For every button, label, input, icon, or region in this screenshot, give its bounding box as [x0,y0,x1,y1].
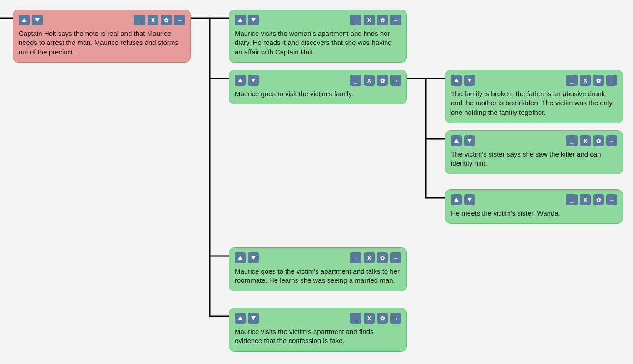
advance-button[interactable]: → [606,75,617,86]
story-node[interactable]: _ X ✿ → The family is broken, the father… [445,70,623,123]
gear-icon: ✿ [380,255,385,261]
story-node[interactable]: _ X ✿ → Maurice goes to the victim's apa… [229,247,407,291]
action-buttons: _ X ✿ → [566,75,617,86]
settings-button[interactable]: ✿ [161,15,172,25]
story-node[interactable]: _ X ✿ → The victim's sister says she saw… [445,130,623,174]
gear-icon: ✿ [380,17,385,23]
story-node-root[interactable]: _ X ✿ → Captain Holt says the note is re… [13,10,191,63]
move-down-button[interactable] [248,252,259,263]
minimize-button[interactable]: _ [134,15,145,25]
move-buttons [235,75,259,86]
story-node[interactable]: _ X ✿ → Maurice goes to visit the victim… [229,70,407,104]
move-buttons [451,135,475,146]
move-up-button[interactable] [451,75,462,86]
node-text: He meets the victim's sister, Wanda. [451,209,617,218]
settings-button[interactable]: ✿ [377,75,388,86]
move-up-button[interactable] [19,15,30,25]
action-buttons: _ X ✿ → [566,194,617,205]
move-buttons [235,15,259,25]
close-button[interactable]: X [580,194,591,205]
move-down-button[interactable] [248,313,259,324]
minimize-button[interactable]: _ [350,75,361,86]
minimize-button[interactable]: _ [350,252,361,263]
node-header: _ X ✿ → [451,75,617,86]
move-buttons [451,75,475,86]
advance-button[interactable]: → [390,75,401,86]
node-header: _ X ✿ → [451,135,617,146]
advance-button[interactable]: → [390,313,401,324]
action-buttons: _ X ✿ → [134,15,185,25]
settings-button[interactable]: ✿ [593,194,604,205]
story-node[interactable]: _ X ✿ → Maurice visits the woman's apart… [229,10,407,63]
move-buttons [451,194,475,205]
node-text: Maurice visits the woman's apartment and… [235,29,401,57]
close-button[interactable]: X [364,15,375,25]
gear-icon: ✿ [380,315,385,321]
move-buttons [235,252,259,263]
tree-canvas: _ X ✿ → Captain Holt says the note is re… [0,0,633,364]
action-buttons: _ X ✿ → [350,252,401,263]
action-buttons: _ X ✿ → [350,75,401,86]
move-buttons [235,313,259,324]
gear-icon: ✿ [596,78,601,84]
move-up-button[interactable] [235,252,246,263]
advance-button[interactable]: → [606,194,617,205]
advance-button[interactable]: → [390,15,401,25]
action-buttons: _ X ✿ → [350,313,401,324]
move-down-button[interactable] [464,135,475,146]
move-up-button[interactable] [235,313,246,324]
minimize-button[interactable]: _ [566,75,578,86]
node-header: _ X ✿ → [235,75,401,86]
move-down-button[interactable] [464,194,475,205]
settings-button[interactable]: ✿ [377,252,388,263]
node-header: _ X ✿ → [19,15,185,25]
move-up-button[interactable] [451,194,462,205]
close-button[interactable]: X [148,15,158,25]
advance-button[interactable]: → [390,252,401,263]
close-button[interactable]: X [580,135,591,146]
close-button[interactable]: X [364,313,375,324]
settings-button[interactable]: ✿ [593,135,604,146]
node-text: Maurice goes to the victim's apartment a… [235,267,401,285]
story-node[interactable]: _ X ✿ → Maurice visits the victim's apar… [229,308,407,352]
move-down-button[interactable] [248,15,259,25]
move-down-button[interactable] [32,15,43,25]
node-text: Captain Holt says the note is real and t… [19,29,185,57]
move-down-button[interactable] [464,75,475,86]
node-header: _ X ✿ → [235,313,401,324]
node-header: _ X ✿ → [451,194,617,205]
gear-icon: ✿ [380,78,385,84]
action-buttons: _ X ✿ → [566,135,617,146]
settings-button[interactable]: ✿ [593,75,604,86]
node-text: Maurice visits the victim's apartment an… [235,327,401,346]
node-text: The family is broken, the father is an a… [451,89,617,117]
move-up-button[interactable] [451,135,462,146]
action-buttons: _ X ✿ → [350,15,401,25]
settings-button[interactable]: ✿ [377,15,388,25]
move-up-button[interactable] [235,75,246,86]
minimize-button[interactable]: _ [350,313,361,324]
move-up-button[interactable] [235,15,246,25]
minimize-button[interactable]: _ [566,194,578,205]
close-button[interactable]: X [580,75,591,86]
close-button[interactable]: X [364,252,375,263]
node-header: _ X ✿ → [235,15,401,25]
minimize-button[interactable]: _ [566,135,578,146]
advance-button[interactable]: → [606,135,617,146]
gear-icon: ✿ [596,138,601,144]
node-header: _ X ✿ → [235,252,401,263]
advance-button[interactable]: → [174,15,185,25]
minimize-button[interactable]: _ [350,15,361,25]
gear-icon: ✿ [164,17,169,23]
close-button[interactable]: X [364,75,375,86]
node-text: Maurice goes to visit the victim's famil… [235,89,401,98]
move-buttons [19,15,43,25]
settings-button[interactable]: ✿ [377,313,388,324]
node-text: The victim's sister says she saw the kil… [451,150,617,168]
move-down-button[interactable] [248,75,259,86]
story-node[interactable]: _ X ✿ → He meets the victim's sister, Wa… [445,189,623,224]
gear-icon: ✿ [596,197,601,203]
